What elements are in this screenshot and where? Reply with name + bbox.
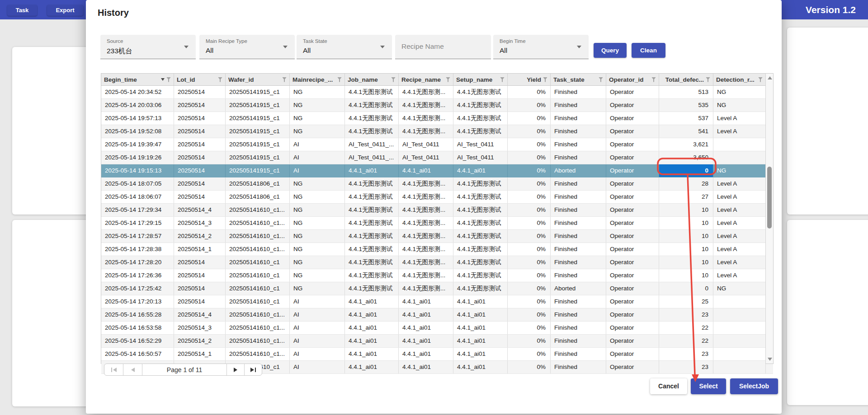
selectjob-button[interactable]: SelectJob	[730, 378, 778, 394]
main-recipe-type-filter-select[interactable]: Main Recipe Type All	[199, 35, 295, 59]
table-cell	[713, 322, 766, 334]
filter-icon[interactable]	[651, 77, 656, 82]
table-row[interactable]: 2025-05-14 17:29:1520250514_320250514161…	[101, 217, 773, 230]
table-cell: 0%	[508, 295, 551, 308]
scroll-down-icon[interactable]	[768, 358, 772, 361]
table-cell: 4.4.1_ai01	[399, 308, 453, 321]
scroll-up-icon[interactable]	[768, 76, 772, 79]
table-cell: 20250514_1	[174, 243, 226, 256]
table-row[interactable]: 2025-05-14 16:53:5820250514_320250514161…	[101, 322, 773, 335]
table-row[interactable]: 2025-05-14 17:29:3420250514_420250514161…	[101, 204, 773, 217]
table-cell: Finished	[551, 99, 606, 112]
table-cell: 20250514	[174, 177, 226, 190]
table-row[interactable]: 2025-05-14 19:52:0820250514202505141915_…	[101, 125, 773, 138]
clean-button[interactable]: Clean	[632, 43, 665, 58]
filter-icon[interactable]	[391, 77, 396, 82]
table-cell: Finished	[551, 361, 606, 373]
select-button[interactable]: Select	[691, 378, 726, 394]
table-row[interactable]: 2025-05-14 20:34:5220250514202505141915_…	[101, 86, 773, 99]
table-cell: 0%	[508, 99, 551, 112]
table-cell: 4.4.1无图形测试	[453, 217, 508, 229]
filter-icon[interactable]	[218, 77, 222, 82]
table-cell: Finished	[551, 125, 606, 138]
column-header-yield[interactable]: Yield	[508, 74, 551, 85]
table-cell: 2025-05-14 17:29:15	[101, 217, 174, 229]
background-panel-bottom-right	[787, 220, 868, 405]
table-cell: 4.4.1无图形测试	[453, 177, 508, 190]
source-filter-select[interactable]: Source 233机台	[100, 35, 196, 59]
query-button[interactable]: Query	[594, 43, 627, 58]
column-header-recipe_name[interactable]: Recipe_name	[399, 74, 453, 85]
filter-icon[interactable]	[758, 77, 763, 82]
table-cell: AI_Test_0411	[453, 151, 508, 164]
table-cell: 202505141915_c1	[226, 164, 290, 177]
table-row[interactable]: 2025-05-14 20:03:0620250514202505141915_…	[101, 99, 773, 112]
column-header-job_name[interactable]: Job_name	[345, 74, 399, 85]
table-row[interactable]: 2025-05-14 19:57:1320250514202505141915_…	[101, 112, 773, 125]
cancel-button[interactable]: Cancel	[650, 378, 687, 394]
column-header-task_state[interactable]: Task_state	[551, 74, 606, 85]
table-row[interactable]: 2025-05-14 19:19:2620250514202505141915_…	[101, 151, 773, 164]
table-row[interactable]: 2025-05-14 18:06:0720250514202505141806_…	[101, 191, 773, 204]
table-cell: 4.4.1无图形测试	[453, 230, 508, 242]
filter-icon[interactable]	[706, 77, 710, 82]
next-page-button[interactable]	[227, 364, 245, 375]
export-button[interactable]: Export	[47, 5, 83, 16]
column-header-begin_time[interactable]: Begin_time	[101, 74, 174, 85]
previous-page-button	[123, 364, 142, 375]
table-row[interactable]: 2025-05-14 17:26:3620250514202505141610_…	[101, 269, 773, 282]
table-row[interactable]: 2025-05-14 16:50:5720250514_120250514161…	[101, 348, 773, 361]
table-cell: 202505141610_c1...	[226, 335, 290, 347]
column-header-mainrecipe[interactable]: Mainrecipe_...	[290, 74, 345, 85]
table-scrollbar[interactable]	[765, 73, 774, 364]
background-panel-top-left	[12, 47, 94, 214]
table-cell: 4.4.1_ai01	[345, 322, 399, 334]
table-cell: 4.4.1_ai01	[453, 335, 508, 347]
table-row[interactable]: 2025-05-14 17:28:3820250514_120250514161…	[101, 243, 773, 256]
table-cell: AI	[290, 322, 345, 334]
filter-icon[interactable]	[599, 77, 603, 82]
filter-icon[interactable]	[282, 77, 287, 82]
table-row[interactable]: 2025-05-14 16:55:2820250514_420250514161…	[101, 308, 773, 322]
table-row[interactable]: 2025-05-14 16:52:2920250514_220250514161…	[101, 335, 773, 348]
column-header-detection_result[interactable]: Detection_r...	[713, 74, 766, 85]
recipe-name-input[interactable]: Recipe Name	[395, 35, 491, 59]
table-cell: 20250514	[174, 282, 226, 295]
filter-icon[interactable]	[166, 77, 171, 82]
table-row[interactable]: 2025-05-14 17:25:4220250514202505141610_…	[101, 282, 773, 295]
column-header-setup_name[interactable]: Setup_name	[453, 74, 508, 85]
table-row[interactable]: 2025-05-14 19:15:1320250514202505141915_…	[101, 164, 773, 177]
column-header-operator_id[interactable]: Operator_id	[606, 74, 659, 85]
task-state-filter-select[interactable]: Task State All	[297, 35, 392, 59]
column-header-label: Total_defec...	[662, 76, 704, 83]
table-cell: 0%	[508, 164, 551, 177]
table-row[interactable]: 2025-05-14 17:28:5720250514_220250514161…	[101, 230, 773, 243]
begin-time-filter-select[interactable]: Begin Time All	[493, 35, 589, 59]
table-row[interactable]: 2025-05-14 17:28:2020250514202505141610_…	[101, 256, 773, 269]
table-cell: Level A	[713, 269, 766, 282]
table-cell: Operator	[606, 361, 659, 373]
filter-icon[interactable]	[337, 77, 342, 82]
filter-icon[interactable]	[446, 77, 450, 82]
table-row[interactable]: 2025-05-14 18:07:0520250514202505141806_…	[101, 177, 773, 191]
filter-icon[interactable]	[500, 77, 505, 82]
task-button[interactable]: Task	[7, 5, 37, 16]
table-cell: 20250514	[174, 112, 226, 125]
last-page-button[interactable]	[245, 364, 262, 375]
table-row[interactable]: 2025-05-14 19:39:4720250514202505141915_…	[101, 138, 773, 151]
column-header-total_defect[interactable]: Total_defec...	[659, 74, 713, 85]
table-cell: Level A	[713, 243, 766, 256]
scrollbar-thumb[interactable]	[767, 167, 772, 228]
table-cell: 4.4.1无图形测...	[399, 243, 453, 256]
table-row[interactable]: 2025-05-14 17:20:1320250514202505141610_…	[101, 295, 773, 308]
column-header-label: Setup_name	[456, 76, 498, 83]
table-cell: Operator	[606, 269, 659, 282]
column-header-lot_id[interactable]: Lot_id	[174, 74, 226, 85]
column-header-wafer_id[interactable]: Wafer_id	[226, 74, 290, 85]
table-cell: 20250514	[174, 86, 226, 98]
table-cell: 202505141915_c1	[226, 86, 290, 98]
chevron-down-icon	[577, 46, 581, 48]
table-cell	[713, 361, 766, 373]
filter-icon[interactable]	[543, 77, 547, 82]
table-cell: Operator	[606, 191, 659, 203]
